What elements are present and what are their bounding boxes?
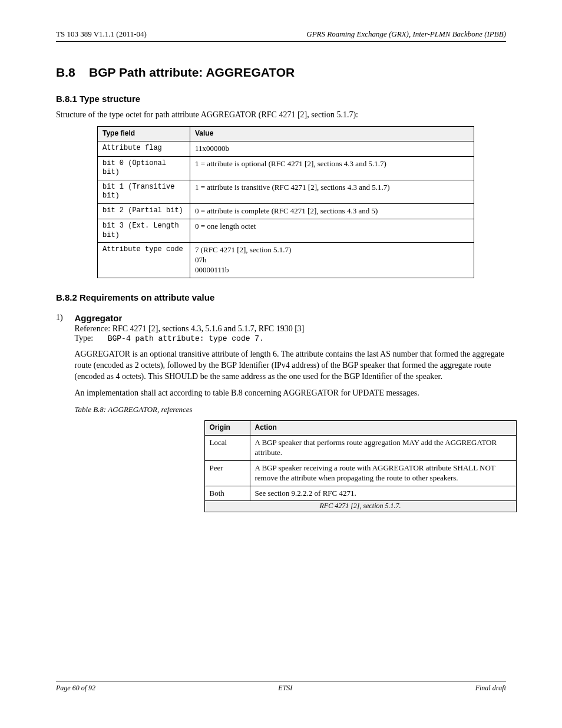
table-row: bit 3 (Ext. Length bit) 0 = one length o… <box>98 219 474 242</box>
footer-center: ETSI <box>278 684 292 693</box>
cell-origin: Peer <box>204 460 250 486</box>
b81-intro: Structure of the type octet for path att… <box>56 110 506 120</box>
section-name: BGP Path attribute: AGGREGATOR <box>89 65 295 79</box>
subsection-b82-title: B.8.2 Requirements on attribute value <box>56 292 506 302</box>
cell-action: A BGP speaker that performs route aggreg… <box>250 435 516 460</box>
cell-action: A BGP speaker receiving a route with AGG… <box>250 460 516 486</box>
table-row: Peer A BGP speaker receiving a route wit… <box>204 460 516 486</box>
section-title: B.8 BGP Path attribute: AGGREGATOR <box>56 65 506 80</box>
item-number: 1) <box>56 313 72 322</box>
col-header-action: Action <box>250 421 516 436</box>
cell-value: 0 = attribute is complete (RFC 4271 [2],… <box>190 204 474 219</box>
header-right: GPRS Roaming Exchange (GRX), Inter-PLMN … <box>306 29 506 39</box>
aggregator-ref-table: Origin Action Local A BGP speaker that p… <box>204 420 517 512</box>
ref-table-caption: Table B.8: AGGREGATOR, references <box>75 405 506 414</box>
cell-value: 7 (RFC 4271 [2], section 5.1.7) 07h 0000… <box>190 243 474 278</box>
item-body: Aggregator Reference: RFC 4271 [2], sect… <box>75 313 506 512</box>
table-row: Local A BGP speaker that performs route … <box>204 435 516 460</box>
col-header-value: Value <box>190 127 474 141</box>
cell-field: Attribute type code <box>98 243 190 278</box>
item-title: Aggregator <box>75 313 506 323</box>
header-left: TS 103 389 V1.1.1 (2011-04) <box>56 29 147 39</box>
cell-origin: Both <box>204 486 250 501</box>
item-para1: AGGREGATOR is an optional transitive att… <box>75 349 506 383</box>
subsection-b81-title: B.8.1 Type structure <box>56 94 506 104</box>
cell-action: See section 9.2.2.2 of RFC 4271. <box>250 486 516 501</box>
table-row: bit 2 (Partial bit) 0 = attribute is com… <box>98 204 474 219</box>
item-para2: An implementation shall act according to… <box>75 388 506 399</box>
page-header: TS 103 389 V1.1.1 (2011-04) GPRS Roaming… <box>56 29 506 39</box>
header-rule <box>56 41 506 42</box>
cell-field: bit 2 (Partial bit) <box>98 204 190 219</box>
cell-value: 1 = attribute is transitive (RFC 4271 [2… <box>190 180 474 203</box>
footer-rule <box>56 681 506 681</box>
table-row: bit 0 (Optional bit) 1 = attribute is op… <box>98 156 474 180</box>
item-ref: RFC 4271 [2], sections 4.3, 5.1.6 and 5.… <box>113 324 305 333</box>
cell-value: 0 = one length octet <box>190 219 474 242</box>
table-footnote-row: RFC 4271 [2], section 5.1.7. <box>204 501 516 512</box>
table-row: Both See section 9.2.2.2 of RFC 4271. <box>204 486 516 501</box>
cell-field: bit 1 (Transitive bit) <box>98 180 190 203</box>
item-type-line: Type: BGP-4 path attribute: type code 7. <box>75 334 506 343</box>
cell-field: bit 3 (Ext. Length bit) <box>98 219 190 242</box>
col-header-field: Type field <box>98 127 190 141</box>
table-row: Attribute flag 11x00000b <box>98 141 474 156</box>
cell-origin: Local <box>204 435 250 460</box>
page: TS 103 389 V1.1.1 (2011-04) GPRS Roaming… <box>56 29 506 699</box>
col-header-origin: Origin <box>204 421 250 436</box>
cell-field: Attribute flag <box>98 141 190 156</box>
footer-right: Final draft <box>475 684 506 693</box>
table-row: bit 1 (Transitive bit) 1 = attribute is … <box>98 180 474 203</box>
type-structure-table: Type field Value Attribute flag 11x00000… <box>97 126 474 278</box>
cell-field: bit 0 (Optional bit) <box>98 156 190 180</box>
requirement-item: 1) Aggregator Reference: RFC 4271 [2], s… <box>56 313 506 512</box>
footer-left: Page 60 of 92 <box>56 684 95 693</box>
table-row: Attribute type code 7 (RFC 4271 [2], sec… <box>98 243 474 278</box>
table-footnote: RFC 4271 [2], section 5.1.7. <box>204 501 516 512</box>
page-footer: Page 60 of 92 ETSI Final draft <box>56 681 506 693</box>
section-number: B.8 <box>56 65 75 79</box>
item-ref-line: Reference: RFC 4271 [2], sections 4.3, 5… <box>75 324 506 334</box>
item-type: BGP-4 path attribute: type code 7. <box>108 334 264 343</box>
cell-value: 1 = attribute is optional (RFC 4271 [2],… <box>190 156 474 180</box>
cell-value: 11x00000b <box>190 141 474 156</box>
